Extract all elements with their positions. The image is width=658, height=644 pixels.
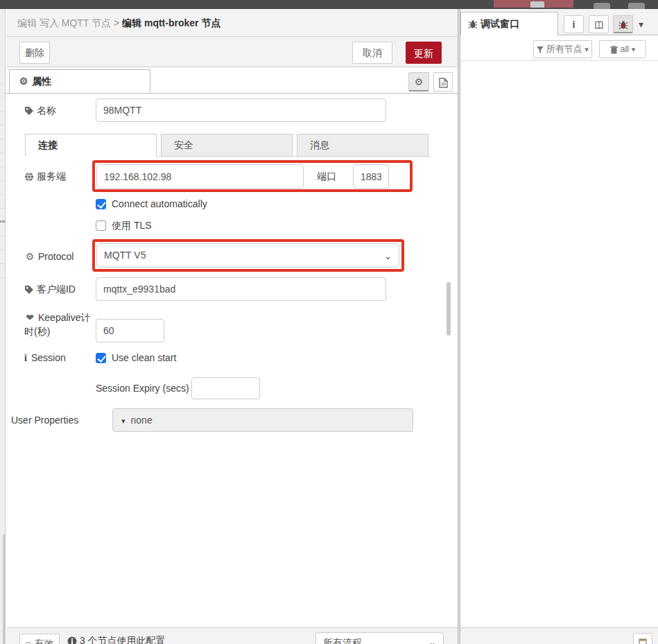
chevron-down-icon: ⌄	[384, 244, 392, 268]
server-label: 服务端	[24, 171, 66, 183]
dialog-footer: ○有效 3 个节点使用此配置 所有流程 ⌄	[6, 627, 458, 644]
subtab-messages[interactable]: 消息	[297, 134, 428, 157]
delete-button[interactable]: 删除	[19, 42, 50, 64]
session-expiry-input[interactable]	[191, 377, 260, 399]
bug-icon	[468, 19, 478, 29]
deploy-icon	[530, 1, 544, 8]
debug-tab-button[interactable]	[613, 15, 633, 33]
client-id-input[interactable]	[96, 277, 386, 301]
breadcrumb-parent[interactable]: 编辑 写入 MQTT 节点	[17, 17, 111, 28]
keepalive-label: ❤Keepalive计时(秒)	[24, 311, 97, 338]
gear-icon: ⚙	[24, 251, 35, 262]
connect-auto-checkbox[interactable]	[96, 199, 106, 209]
debug-clear-button[interactable]: all ▾	[599, 40, 646, 58]
help-tab-button[interactable]	[589, 15, 609, 33]
protocol-label: ⚙Protocol	[24, 251, 73, 262]
session-expiry-label: Session Expiry (secs)	[96, 383, 189, 394]
debug-filter-button[interactable]: 所有节点 ▾	[533, 40, 592, 58]
update-button[interactable]: 更新	[406, 42, 442, 64]
tls-label: 使用 TLS	[112, 220, 152, 232]
caret-down-icon: ▾	[585, 45, 589, 53]
tab-debug-window[interactable]: 调试窗口	[460, 12, 558, 35]
dialog-toolbar: 删除 取消 更新	[6, 37, 458, 67]
enabled-toggle-button[interactable]: ○有效	[19, 634, 60, 644]
heartbeat-icon: ❤	[24, 311, 35, 324]
node-settings-button[interactable]: ⚙	[408, 72, 429, 92]
user-properties-expander[interactable]: ▾none	[112, 408, 413, 432]
bug-icon	[618, 20, 628, 30]
popout-icon	[639, 638, 647, 644]
name-label: 名称	[24, 105, 56, 117]
scope-select[interactable]: 所有流程 ⌄	[315, 632, 444, 644]
sidebar-header: 调试窗口 i ▾	[460, 9, 658, 35]
gear-icon: ⚙	[415, 76, 424, 87]
caret-down-icon: ▾	[632, 45, 636, 53]
triangle-down-icon: ▾	[121, 417, 125, 425]
globe-icon	[24, 172, 34, 182]
sidebar-debug-panel: 调试窗口 i ▾ 所有节点 ▾ all ▾	[460, 9, 658, 644]
clean-start-checkbox[interactable]	[96, 353, 106, 363]
client-id-label: 客户端ID	[24, 284, 76, 296]
debug-messages-area	[460, 61, 658, 627]
node-description-button[interactable]	[433, 72, 453, 92]
tag-icon	[24, 106, 34, 116]
sidebar-menu-caret[interactable]: ▾	[639, 19, 643, 30]
keepalive-input[interactable]	[96, 319, 164, 342]
breadcrumb: 编辑 写入 MQTT 节点 > 编辑 mqtt-broker 节点	[6, 9, 458, 37]
debug-toolbar: 所有节点 ▾ all ▾	[460, 35, 658, 61]
filter-icon	[537, 46, 544, 53]
port-label: 端口	[317, 171, 336, 183]
connect-auto-label: Connect automatically	[112, 198, 207, 209]
name-input[interactable]	[96, 98, 386, 122]
session-label: iSession	[24, 352, 66, 364]
palette-edge	[0, 9, 6, 644]
chevron-down-icon: ⌄	[428, 633, 436, 644]
breadcrumb-current: 编辑 mqtt-broker 节点	[122, 17, 220, 28]
info-icon: i	[24, 353, 27, 363]
subtab-security[interactable]: 安全	[161, 134, 293, 157]
open-debug-window-button[interactable]	[633, 633, 652, 644]
port-input[interactable]	[353, 164, 389, 189]
circle-icon: ○	[25, 638, 31, 644]
subtab-connection[interactable]: 连接	[25, 134, 157, 157]
tls-checkbox[interactable]	[96, 220, 106, 231]
header-menu-icon[interactable]	[594, 3, 610, 9]
info-tab-button[interactable]: i	[564, 15, 584, 33]
protocol-select[interactable]: MQTT V5 ⌄	[96, 243, 399, 268]
node-red-app: 编辑 写入 MQTT 节点 > 编辑 mqtt-broker 节点 删除 取消 …	[0, 0, 658, 644]
deploy-button[interactable]	[494, 0, 573, 8]
top-header-bar	[0, 0, 658, 9]
clean-start-label: Use clean start	[112, 352, 176, 363]
config-usage-note: 3 个节点使用此配置	[67, 635, 166, 644]
info-circle-icon	[67, 636, 77, 644]
cancel-button[interactable]: 取消	[352, 42, 392, 64]
dialog-scrollbar[interactable]	[447, 282, 451, 336]
header-user-icon[interactable]	[628, 3, 645, 9]
user-properties-label: User Properties	[11, 415, 78, 426]
tab-properties[interactable]: ⚙属性	[9, 69, 150, 94]
debug-footer	[460, 627, 658, 644]
server-input[interactable]	[96, 164, 304, 189]
trash-icon	[610, 46, 618, 54]
book-icon	[594, 21, 604, 30]
document-icon	[439, 78, 448, 88]
tag-icon	[24, 285, 34, 295]
gear-icon: ⚙	[18, 70, 29, 93]
